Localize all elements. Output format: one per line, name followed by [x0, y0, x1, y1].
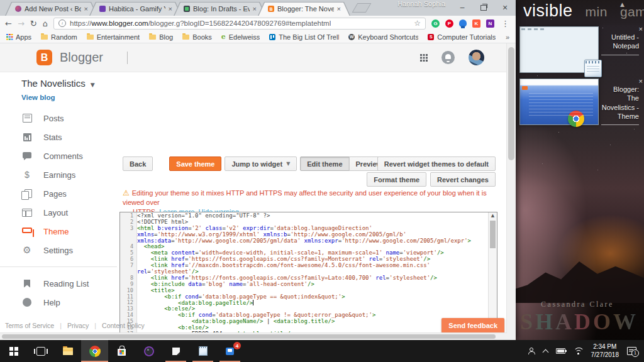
close-button[interactable]: × — [494, 0, 516, 15]
back-button[interactable]: Back — [123, 156, 153, 171]
forward-icon[interactable]: → — [18, 19, 25, 28]
sidebar-item-settings[interactable]: ⚙Settings — [0, 241, 117, 260]
page-info-icon[interactable]: i — [58, 19, 66, 27]
horizontal-scroll-thumb[interactable] — [2, 334, 496, 339]
tutorials-favicon: S — [428, 34, 434, 40]
wifi-icon[interactable] — [574, 348, 583, 354]
taskbar-notepad-button[interactable] — [189, 340, 216, 362]
bookmark-item[interactable]: Entertainment — [87, 33, 140, 41]
bookmark-item[interactable]: SComputer Tutorials — [428, 33, 496, 41]
people-icon[interactable] — [528, 348, 535, 354]
home-icon[interactable]: ⌂ — [43, 19, 48, 28]
revert-widget-themes-button[interactable]: Revert widget themes to default — [377, 156, 496, 171]
tab-close-icon[interactable]: × — [169, 6, 172, 13]
vertical-scroll-thumb[interactable] — [508, 47, 514, 160]
browser-tab[interactable]: BBlogger: The Novelistics -× — [258, 2, 350, 16]
bookmark-item[interactable]: The Big List Of Trello — [269, 33, 339, 41]
browser-tab[interactable]: Habitica - Gamify Your Li× — [89, 2, 182, 16]
scroll-up-icon[interactable]: ▲ — [489, 213, 497, 218]
pinterest-extension-icon[interactable]: P — [445, 19, 453, 28]
sidebar-item-comments[interactable]: Comments — [0, 146, 117, 165]
notifications-bell-icon[interactable] — [441, 51, 455, 64]
sidebar-item-label: Reading List — [43, 279, 89, 288]
sidebar-item-earnings[interactable]: $Earnings — [0, 165, 117, 184]
sidebar-item-theme[interactable]: Theme — [0, 222, 117, 241]
taskbar-notes-app-button[interactable] — [162, 340, 189, 362]
profile-name[interactable]: Hannah Sophia — [397, 0, 452, 8]
footer-link[interactable]: Privacy — [67, 322, 89, 329]
chat-app-icon — [226, 348, 234, 355]
back-icon[interactable]: ← — [5, 19, 12, 28]
blog-name-dropdown[interactable]: The Novelistics▼ — [21, 78, 95, 89]
line-number — [120, 232, 137, 238]
address-bar[interactable]: i https://www.blogger.com/blogger.g?blog… — [53, 18, 426, 30]
tray-chevron-up-icon[interactable] — [542, 349, 548, 355]
bookmark-item[interactable]: eEdelweiss — [221, 33, 260, 41]
overlay-tab-visible[interactable]: visible — [523, 1, 573, 21]
editor-scroll-thumb[interactable] — [490, 221, 496, 248]
footer-link[interactable]: Terms of Service — [5, 322, 54, 329]
minimize-button[interactable]: – — [452, 0, 473, 15]
taskbar-start-button[interactable] — [0, 340, 27, 362]
taskbar-chat-app-button[interactable]: 4 — [216, 340, 243, 362]
code-token: <?xml version="1.0" encoding="UTF-8" ?> — [137, 213, 270, 219]
bookmark-item[interactable]: Apps — [6, 33, 31, 41]
page-horizontal-scrollbar[interactable] — [0, 332, 507, 340]
close-icon[interactable]: × — [639, 77, 643, 85]
trophy-extension-icon[interactable] — [459, 19, 467, 27]
view-blog-link[interactable]: View blog — [21, 94, 55, 101]
taskbar-chrome-button[interactable] — [81, 340, 108, 362]
page-vertical-scrollbar[interactable] — [506, 43, 516, 333]
avatar[interactable] — [469, 50, 484, 65]
line-number: 3 — [120, 226, 137, 232]
new-tab-button[interactable] — [352, 3, 372, 13]
sidebar-item-help[interactable]: Help — [0, 293, 117, 312]
sidebar-item-posts[interactable]: Posts — [0, 109, 117, 128]
onenote-extension-icon[interactable]: N — [486, 19, 494, 28]
refresh-icon[interactable]: ↻ — [30, 19, 37, 28]
revert-changes-button[interactable]: Revert changes — [430, 172, 496, 187]
browser-tab[interactable]: Add New Post ‹ Bookwyr× — [5, 2, 97, 16]
edit-theme-button[interactable]: Edit theme — [300, 156, 349, 171]
bookmark-item[interactable]: Random — [41, 33, 77, 41]
window-thumbnail-chrome[interactable] — [519, 79, 599, 125]
taskbar-store-button[interactable] — [108, 340, 135, 362]
restore-button[interactable] — [473, 0, 494, 15]
sidebar-divider — [0, 266, 117, 267]
battery-icon[interactable] — [556, 348, 565, 354]
action-center-icon[interactable]: 1 — [627, 347, 636, 355]
browser-tab[interactable]: Blog: In Drafts - Evernote× — [174, 2, 266, 16]
bookmark-item[interactable]: Books — [182, 33, 212, 41]
bookmark-item[interactable]: WKeyboard Shortcuts — [348, 33, 418, 41]
sidebar-item-stats[interactable]: Stats — [0, 128, 117, 146]
sidebar-item-reading-list[interactable]: Reading List — [0, 274, 117, 293]
sidebar-item-label: Settings — [43, 246, 73, 255]
taskbar-file-explorer-button[interactable] — [54, 340, 81, 362]
tab-close-icon[interactable]: × — [337, 6, 341, 13]
sidebar-item-layout[interactable]: Layout — [0, 203, 117, 222]
tab-close-icon[interactable]: × — [84, 6, 88, 13]
bookmark-item[interactable]: Blog — [149, 33, 173, 41]
jump-to-widget-dropdown[interactable]: Jump to widget▼ — [225, 156, 297, 171]
taskbar-task-view-button[interactable] — [27, 340, 54, 362]
kami-extension-icon[interactable]: K — [472, 19, 480, 28]
browser-menu-icon[interactable]: ⋮ — [500, 19, 511, 28]
taskbar-media-app-button[interactable] — [135, 340, 162, 362]
grammarly-extension-icon[interactable]: G — [431, 19, 440, 28]
sidebar-item-pages[interactable]: Pages — [0, 184, 117, 203]
bookmark-star-icon[interactable]: ☆ — [414, 19, 421, 28]
window-list-item[interactable]: Untitled - Notepad× — [517, 26, 643, 74]
google-apps-icon[interactable] — [420, 54, 428, 62]
close-icon[interactable]: × — [639, 25, 643, 33]
taskbar-clock[interactable]: 2:34 PM 7/27/2018 — [591, 343, 619, 359]
bookmarks-overflow-icon[interactable]: » — [506, 33, 509, 41]
send-feedback-button[interactable]: Send feedback — [441, 318, 504, 333]
format-theme-button[interactable]: Format theme — [367, 172, 426, 187]
save-theme-button[interactable]: Save theme — [169, 156, 221, 171]
window-list-item[interactable]: Blogger: The Novelistics - Theme× — [517, 79, 643, 126]
tab-close-icon[interactable]: × — [253, 6, 257, 13]
footer-link[interactable]: Content Policy — [102, 322, 145, 329]
window-thumbnail-notepad[interactable] — [519, 26, 599, 73]
overlay-tab-gaming[interactable]: gaming — [620, 4, 644, 19]
overlay-tab-min[interactable]: min — [586, 4, 608, 19]
